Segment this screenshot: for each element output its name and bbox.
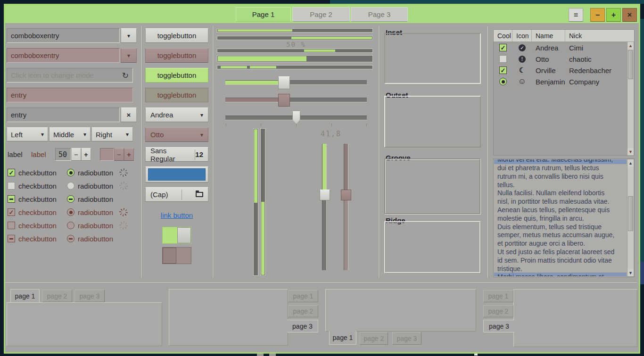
combobox-names[interactable]: Andrea▾ bbox=[145, 108, 208, 122]
label-normal: label bbox=[8, 148, 23, 161]
combobox-names-disabled: Otto▾ bbox=[145, 127, 208, 142]
spinbutton-value[interactable]: 50 bbox=[55, 148, 71, 161]
notebook4-tab-page2[interactable]: page 2 bbox=[483, 305, 513, 317]
scrollbar-thumb[interactable] bbox=[628, 50, 633, 79]
column-header-icon[interactable]: Icon bbox=[512, 30, 532, 41]
maximize-button[interactable]: + bbox=[606, 8, 621, 22]
table-row[interactable]: ! Otto chaotic bbox=[494, 53, 634, 65]
scroll-up-icon[interactable]: ▲ bbox=[627, 159, 634, 166]
checkbox-checked-icon[interactable]: ✓ bbox=[8, 169, 15, 176]
notebook2-tab-page3[interactable]: page 3 bbox=[287, 320, 318, 332]
notebook3-tab-page2[interactable]: page 2 bbox=[360, 332, 388, 345]
textview-body[interactable]: dui et pharetra rutrum, tellus lectus ru… bbox=[497, 164, 626, 273]
spin-plus-button[interactable]: + bbox=[81, 148, 91, 161]
close-button[interactable]: × bbox=[622, 8, 637, 22]
checkbox-checked-icon[interactable]: ✓ bbox=[499, 66, 507, 74]
notebook4-tab-page3[interactable]: page 3 bbox=[483, 320, 514, 332]
table-row[interactable]: ✓ ✓ Andrea Cimi bbox=[494, 42, 634, 53]
notebook1-tab-page3[interactable]: page 3 bbox=[74, 290, 105, 302]
entry-with-clear[interactable]: entry bbox=[7, 108, 120, 122]
spin-minus-button[interactable]: − bbox=[71, 148, 81, 161]
scrollbar-thumb[interactable] bbox=[628, 196, 633, 231]
column-header-cool[interactable]: Cool bbox=[494, 30, 512, 41]
togglebutton-normal[interactable]: togglebutton bbox=[145, 28, 208, 43]
combobox-entry-1-input[interactable]: comboboxentry bbox=[7, 28, 120, 43]
color-button[interactable] bbox=[145, 166, 208, 182]
refresh-icon[interactable]: ↻ bbox=[122, 71, 129, 80]
togglebutton-active-disabled: togglebutton bbox=[145, 88, 208, 102]
file-chooser-button[interactable]: (Cap) bbox=[145, 187, 208, 202]
combobox-entry-1-arrow-button[interactable]: ▾ bbox=[121, 28, 137, 43]
notebook4-tab-page1[interactable]: page 1 bbox=[483, 290, 513, 302]
align-dropdown-right[interactable]: Right▾ bbox=[91, 127, 133, 141]
togglebutton-label: togglebutton bbox=[157, 71, 197, 79]
radio-selected-icon bbox=[67, 208, 74, 216]
checkbox-unchecked-icon[interactable] bbox=[8, 182, 15, 190]
spinner-icon bbox=[119, 168, 128, 177]
titlebar-tab-page2[interactable]: Page 2 bbox=[292, 7, 350, 22]
column-header-name[interactable]: Name bbox=[532, 30, 565, 41]
radio-selected-icon[interactable] bbox=[499, 78, 507, 85]
radiobutton-row[interactable]: radiobutton bbox=[67, 166, 113, 179]
notebook3-tab-page1[interactable]: page 1 bbox=[329, 331, 356, 345]
switch-on[interactable] bbox=[162, 227, 191, 244]
checkbutton-row-disabled: checkbutton bbox=[8, 219, 57, 232]
table-row[interactable]: ☺ Benjamin Company bbox=[494, 76, 634, 87]
table-row[interactable]: ✓ ☾ Orville Redenbacher bbox=[494, 65, 634, 76]
spinbutton[interactable]: 50 − + bbox=[55, 148, 91, 161]
notebook3-page-content bbox=[325, 289, 476, 331]
titlebar[interactable]: Page 1 Page 2 Page 3 ≡ − + × bbox=[5, 5, 639, 23]
combobox-entry-2-input[interactable]: comboboxentry bbox=[7, 48, 120, 63]
treeview-header[interactable]: Cool Icon Name Nick bbox=[494, 30, 634, 42]
treeview-scrollbar[interactable]: ▲ ▼ bbox=[627, 41, 634, 156]
textview-scrollbar[interactable]: ▲ ▼ bbox=[627, 159, 634, 277]
radiobutton-row[interactable]: radiobutton bbox=[67, 192, 113, 206]
clear-entry-button[interactable]: × bbox=[121, 108, 137, 122]
textview[interactable]: Morbi vel elit erat. Maecenas dignissim,… bbox=[493, 158, 635, 277]
notebook1-tab-page1[interactable]: page 1 bbox=[10, 289, 40, 303]
notebook2-tab-page1[interactable]: page 1 bbox=[288, 290, 318, 302]
scroll-up-icon[interactable]: ▲ bbox=[627, 42, 634, 49]
minimize-button[interactable]: − bbox=[590, 8, 605, 22]
radio-unselected-icon[interactable] bbox=[67, 182, 74, 190]
column-separator bbox=[140, 26, 141, 278]
align-dropdown-middle[interactable]: Middle▾ bbox=[49, 127, 91, 141]
notebook3-tab-page3[interactable]: page 3 bbox=[392, 332, 421, 345]
font-button[interactable]: Sans Regular 12 bbox=[145, 147, 208, 162]
column-header-nick[interactable]: Nick bbox=[565, 30, 634, 41]
menu-button[interactable]: ≡ bbox=[569, 8, 583, 22]
align-dropdown-left[interactable]: Left▾ bbox=[7, 127, 48, 141]
scale-handle[interactable] bbox=[278, 76, 290, 89]
radio-indeterminate-icon[interactable] bbox=[67, 195, 74, 203]
titlebar-tab-page3[interactable]: Page 3 bbox=[351, 7, 408, 22]
scale-vertical-handle[interactable] bbox=[320, 190, 330, 200]
chevron-down-icon: ▾ bbox=[200, 112, 203, 118]
checkbutton-label: checkbutton bbox=[18, 222, 57, 230]
checkbutton-row[interactable]: ✓checkbutton bbox=[8, 166, 57, 179]
titlebar-tab-page1[interactable]: Page 1 bbox=[236, 7, 291, 22]
titlebar-tab-label: Page 2 bbox=[310, 10, 332, 18]
mode-entry[interactable]: Click icon to change mode ↻ bbox=[7, 68, 133, 83]
column-separator bbox=[487, 26, 487, 278]
link-button[interactable]: link button bbox=[161, 211, 193, 219]
combobox-entry-2-arrow-button[interactable]: ▾ bbox=[121, 48, 137, 63]
folder-icon bbox=[196, 192, 203, 197]
notebook1-tab-page2[interactable]: page 2 bbox=[42, 290, 72, 302]
treeview[interactable]: Cool Icon Name Nick ✓ ✓ Andrea Cimi ! Ot… bbox=[493, 29, 635, 156]
checkbox-checked-icon[interactable]: ✓ bbox=[499, 44, 507, 51]
togglebutton-active[interactable]: togglebutton bbox=[145, 68, 208, 83]
checkbox-unchecked-icon[interactable] bbox=[499, 55, 507, 63]
scale-vertical[interactable] bbox=[322, 144, 327, 270]
radiobutton-row[interactable]: radiobutton bbox=[67, 179, 113, 192]
scroll-down-icon[interactable]: ▼ bbox=[627, 269, 634, 276]
scale-handle-disabled bbox=[278, 94, 290, 107]
switch-handle[interactable] bbox=[177, 227, 191, 243]
notebook2-tab-page2[interactable]: page 2 bbox=[288, 305, 318, 317]
checkbox-indeterminate-icon[interactable] bbox=[8, 195, 15, 203]
combobox-entry-1-value: comboboxentry bbox=[11, 32, 59, 40]
checkbutton-row[interactable]: checkbutton bbox=[8, 192, 57, 206]
checkbutton-row[interactable]: checkbutton bbox=[8, 179, 57, 192]
scroll-down-icon[interactable]: ▼ bbox=[627, 148, 634, 155]
scale-horizontal[interactable] bbox=[225, 80, 367, 85]
radio-selected-icon[interactable] bbox=[67, 169, 74, 176]
